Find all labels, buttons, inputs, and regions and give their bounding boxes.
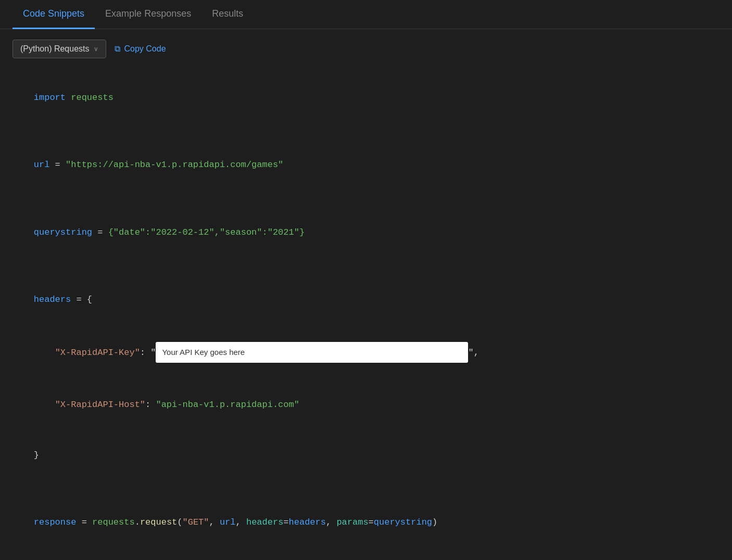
import-module: requests [71,93,113,103]
url-value: "https://api-nba-v1.p.rapidapi.com/games… [66,160,283,170]
copy-label: Copy Code [124,44,166,54]
querystring-line: querystring = {"date":"2022-02-12","seas… [12,207,720,258]
querystring-value: {"date":"2022-02-12","season":"2021"} [108,227,305,237]
copy-icon: ⧉ [115,44,120,54]
empty-line-1 [12,123,720,140]
tab-results[interactable]: Results [201,0,254,29]
empty-line-2 [12,190,720,207]
code-block: import requests url = "https://api-nba-v… [0,69,732,560]
headers-close-line: } [12,430,720,480]
language-label: (Python) Requests [20,44,90,54]
params-label: params [336,517,368,527]
querystring-var: querystring [34,227,92,237]
tab-code-snippets[interactable]: Code Snippets [12,0,95,29]
empty-line-5 [12,548,720,560]
empty-line-4 [12,480,720,497]
headers-arg-label: headers [246,517,283,527]
header-key2-label: "X-RapidAPI-Host" [55,400,145,410]
api-key-tooltip: Your API Key goes here [156,342,468,363]
url-line: url = "https://api-nba-v1.p.rapidapi.com… [12,140,720,190]
copy-code-button[interactable]: ⧉ Copy Code [115,44,166,54]
toolbar: (Python) Requests ∨ ⧉ Copy Code [0,29,732,69]
chevron-down-icon: ∨ [94,45,98,53]
import-keyword: import [34,93,66,103]
language-selector[interactable]: (Python) Requests ∨ [12,40,106,58]
querystring-arg: querystring [374,517,432,527]
response-line: response = requests.request("GET", url, … [12,498,720,548]
response-var: response [34,517,77,527]
headers-var: headers [34,295,71,304]
tabs-container: Code Snippets Example Responses Results [0,0,732,29]
request-method: request [140,517,177,527]
header-key1-label: "X-RapidAPI-Key" [55,347,140,357]
url-var: url [34,160,50,170]
headers-key1-line: "X-RapidAPI-Key": "Your API Key goes her… [12,325,720,379]
headers-open-line: headers = { [12,275,720,325]
requests-module: requests [92,517,135,527]
headers-arg-val: headers [289,517,326,527]
empty-line-3 [12,258,720,274]
header-key2-value: "api-nba-v1.p.rapidapi.com" [156,400,299,410]
import-line: import requests [12,73,720,123]
headers-key2-line: "X-RapidAPI-Host": "api-nba-v1.p.rapidap… [12,380,720,430]
get-string: "GET" [183,517,209,527]
tab-example-responses[interactable]: Example Responses [95,0,201,29]
url-arg: url [220,517,236,527]
